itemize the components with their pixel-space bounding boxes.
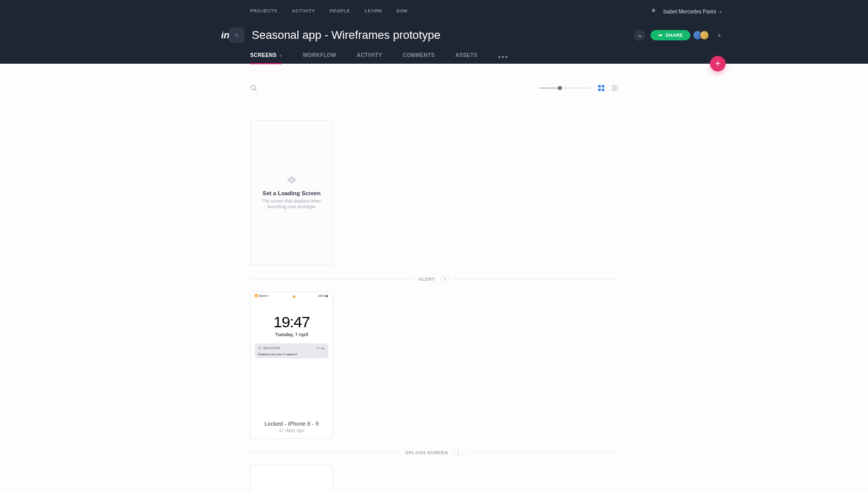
loading-card-title: Set a Loading Screen — [263, 190, 321, 196]
avatar — [700, 31, 709, 40]
freehand-button[interactable] — [634, 30, 645, 41]
tab-screens[interactable]: SCREENS ▾ — [250, 52, 282, 61]
tab-label: SCREENS — [250, 52, 277, 58]
notif-time: 1h ago — [316, 346, 325, 350]
slider-fill — [539, 88, 560, 89]
project-title: Seasonal app - Wireframes prototype — [252, 28, 440, 42]
notif-app-icon — [258, 346, 262, 350]
nav-people[interactable]: PEOPLE — [330, 8, 351, 13]
nav-learn[interactable]: LEARN — [365, 8, 382, 13]
list-view-button[interactable] — [612, 85, 618, 91]
set-loading-screen-card[interactable]: Set a Loading Screen The screen that dis… — [250, 120, 333, 265]
grid-view-button[interactable] — [598, 85, 604, 91]
screen-card-locked[interactable]: 📶 Sketch ᯤ 🔒 100% ▮▮ 19:47 Tuesday, 7 Ap… — [250, 292, 333, 439]
user-name: Isabel Mercedes Parini — [663, 9, 716, 15]
freehand-icon — [637, 33, 642, 38]
collaborator-avatars[interactable] — [696, 31, 709, 40]
divider — [223, 31, 224, 40]
tab-assets[interactable]: ASSETS — [455, 52, 477, 61]
add-project-button[interactable]: + — [229, 27, 244, 43]
screen-time-ago: 17 days ago — [251, 428, 332, 433]
notification: SEASONAL 1h ago Potatoes are now in seas… — [255, 343, 328, 358]
section-count: 1 — [453, 449, 462, 456]
section-count: 1 — [440, 276, 450, 282]
loading-card-subtitle: The screen that displays when launching … — [261, 198, 322, 210]
section-label: ALERT — [418, 277, 436, 282]
section-divider-splash: SPLASH SCREEN 1 — [250, 449, 618, 456]
lock-time: 19:47 — [253, 313, 330, 331]
notifications-icon[interactable] — [651, 8, 656, 14]
share-icon — [658, 33, 663, 38]
status-left: 📶 Sketch ᯤ — [255, 294, 270, 298]
screen-card-splash[interactable] — [250, 465, 333, 492]
screen-name: Locked - iPhone 8 - 9 — [251, 421, 332, 427]
nav-activity[interactable]: ACTIVITY — [292, 8, 315, 13]
nav-projects[interactable]: PROJECTS — [250, 8, 278, 13]
share-label: SHARE — [666, 33, 683, 38]
chevron-down-icon: ▾ — [280, 54, 282, 57]
zoom-slider[interactable] — [539, 87, 591, 89]
cloud-upload-icon — [286, 176, 297, 185]
svg-point-0 — [251, 85, 255, 90]
lock-icon: 🔒 — [292, 294, 296, 298]
section-divider-alert: ALERT 1 — [250, 276, 618, 282]
slider-thumb — [558, 86, 562, 90]
lock-date: Tuesday, 7 April — [253, 332, 330, 337]
tab-more-button[interactable]: ••• — [498, 53, 509, 61]
share-button[interactable]: SHARE — [650, 30, 690, 40]
tab-activity[interactable]: ACTIVITY — [357, 52, 382, 61]
search-icon[interactable] — [250, 84, 257, 92]
notif-app-name: SEASONAL — [263, 346, 281, 350]
nav-dsm[interactable]: DSM — [397, 8, 408, 13]
chevron-down-icon: ▾ — [719, 10, 721, 15]
section-label: SPLASH SCREEN — [405, 450, 448, 455]
tab-comments[interactable]: COMMENTS — [403, 52, 435, 61]
svg-line-1 — [255, 89, 257, 91]
status-right: 100% ▮▮ — [318, 294, 328, 298]
add-collaborator-button[interactable]: + — [717, 31, 721, 39]
plus-icon: + — [715, 59, 721, 68]
notif-body: Potatoes are now in season! — [258, 353, 325, 356]
add-screen-fab[interactable]: + — [710, 56, 726, 71]
user-menu[interactable]: Isabel Mercedes Parini ▾ — [663, 6, 721, 16]
plus-icon: + — [234, 31, 240, 40]
screen-thumbnail: 📶 Sketch ᯤ 🔒 100% ▮▮ 19:47 Tuesday, 7 Ap… — [251, 292, 332, 416]
tab-workflow[interactable]: WORKFLOW — [303, 52, 336, 61]
